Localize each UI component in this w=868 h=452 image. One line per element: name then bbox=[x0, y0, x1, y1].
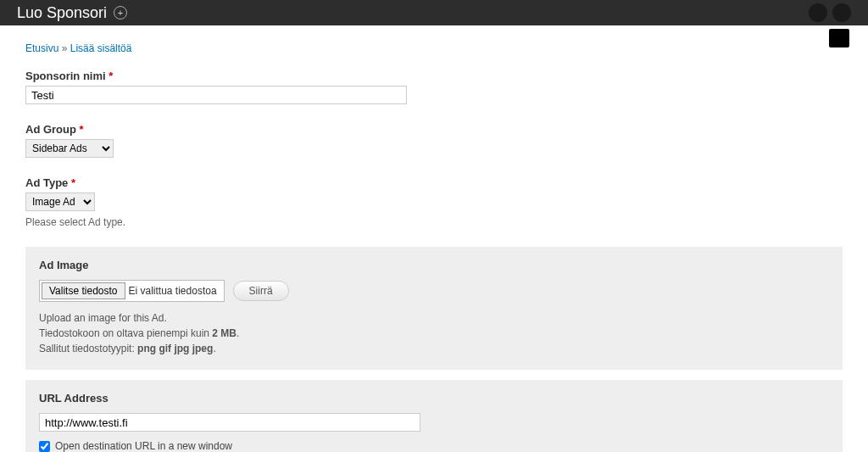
ad-image-legend: Ad Image bbox=[39, 259, 829, 271]
upload-help-line2: Tiedostokoon on oltava pienempi kuin 2 M… bbox=[39, 326, 829, 341]
url-address-legend: URL Address bbox=[39, 392, 829, 405]
ad-group-group: Ad Group * Sidebar Ads bbox=[25, 123, 843, 158]
required-icon: * bbox=[108, 70, 113, 82]
ad-type-help: Please select Ad type. bbox=[25, 216, 843, 228]
help3b: png gif jpg jpeg bbox=[137, 343, 213, 354]
help2b: 2 MB bbox=[212, 327, 236, 339]
new-window-checkbox[interactable] bbox=[39, 441, 50, 452]
sponsor-name-label: Sponsorin nimi * bbox=[25, 70, 843, 82]
help2c: . bbox=[236, 327, 239, 339]
sponsor-name-group: Sponsorin nimi * bbox=[25, 70, 843, 104]
ad-type-group: Ad Type * Image Ad Please select Ad type… bbox=[25, 176, 843, 228]
choose-file-button[interactable]: Valitse tiedosto bbox=[42, 282, 125, 299]
ad-type-label: Ad Type * bbox=[25, 176, 843, 189]
help3c: . bbox=[213, 343, 215, 354]
header-actions bbox=[809, 3, 851, 22]
file-row: Valitse tiedosto Ei valittua tiedostoa S… bbox=[39, 280, 829, 302]
page-title: Luo Sponsori bbox=[17, 4, 107, 22]
search-icon[interactable] bbox=[829, 29, 849, 47]
ad-group-label: Ad Group * bbox=[25, 123, 843, 136]
admin-header: Luo Sponsori + bbox=[0, 0, 868, 25]
help3a: Sallitut tiedostotyypit: bbox=[39, 343, 137, 354]
ad-group-label-text: Ad Group bbox=[25, 123, 76, 136]
content-area: Etusivu » Lisää sisältöä Sponsorin nimi … bbox=[0, 25, 868, 452]
upload-button[interactable]: Siirrä bbox=[233, 281, 289, 301]
ad-type-label-text: Ad Type bbox=[25, 176, 68, 189]
upload-help-line3: Sallitut tiedostotyypit: png gif jpg jpe… bbox=[39, 341, 829, 356]
file-status-text: Ei valittua tiedostoa bbox=[127, 285, 224, 297]
required-icon: * bbox=[80, 123, 84, 136]
ad-group-select[interactable]: Sidebar Ads bbox=[25, 139, 114, 158]
social-icon-2[interactable] bbox=[832, 3, 851, 22]
add-icon[interactable]: + bbox=[114, 6, 127, 20]
help2a: Tiedostokoon on oltava pienempi kuin bbox=[39, 327, 212, 339]
ad-type-select[interactable]: Image Ad bbox=[25, 193, 95, 211]
new-window-row: Open destination URL in a new window bbox=[39, 440, 829, 452]
social-icon-1[interactable] bbox=[809, 3, 827, 22]
breadcrumb: Etusivu » Lisää sisältöä bbox=[25, 42, 843, 54]
ad-image-fieldset: Ad Image Valitse tiedosto Ei valittua ti… bbox=[25, 247, 843, 370]
breadcrumb-home[interactable]: Etusivu bbox=[25, 42, 58, 54]
breadcrumb-current[interactable]: Lisää sisältöä bbox=[70, 42, 132, 54]
upload-help-line1: Upload an image for this Ad. bbox=[39, 310, 829, 326]
page-title-wrap: Luo Sponsori + bbox=[17, 4, 127, 22]
url-address-input[interactable] bbox=[39, 413, 420, 432]
upload-help: Upload an image for this Ad. Tiedostokoo… bbox=[39, 310, 829, 356]
url-address-fieldset: URL Address Open destination URL in a ne… bbox=[25, 380, 843, 452]
file-input[interactable]: Valitse tiedosto Ei valittua tiedostoa bbox=[39, 280, 225, 302]
new-window-label: Open destination URL in a new window bbox=[55, 440, 232, 452]
sponsor-name-input[interactable] bbox=[25, 86, 407, 104]
breadcrumb-sep: » bbox=[62, 42, 68, 54]
sponsor-name-label-text: Sponsorin nimi bbox=[25, 70, 106, 82]
required-icon: * bbox=[71, 176, 75, 189]
